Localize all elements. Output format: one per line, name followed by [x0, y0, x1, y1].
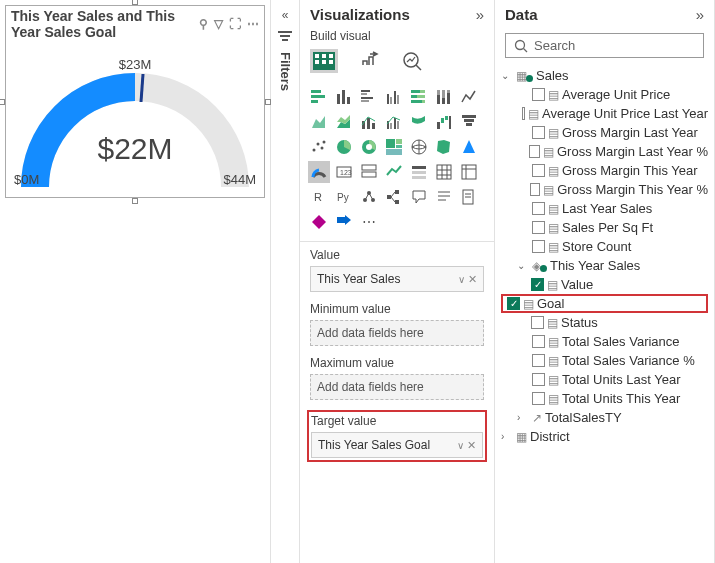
- chevron-down-icon[interactable]: ⌄: [501, 70, 513, 81]
- field-item[interactable]: ▤Last Year Sales: [501, 199, 708, 218]
- stacked-area-icon[interactable]: [333, 111, 355, 133]
- max-well[interactable]: Add data fields here: [310, 374, 484, 400]
- field-item[interactable]: ›↗TotalSalesTY: [501, 408, 708, 427]
- key-influencers-icon[interactable]: [358, 186, 380, 208]
- focus-icon[interactable]: ⛶: [229, 17, 241, 31]
- field-item[interactable]: ▤Gross Margin This Year %: [501, 180, 708, 199]
- checkbox[interactable]: [532, 373, 545, 386]
- paginated-report-icon[interactable]: [458, 186, 480, 208]
- chevron-down-icon[interactable]: ∨: [458, 274, 465, 285]
- field-item[interactable]: ▤Store Count: [501, 237, 708, 256]
- checkbox[interactable]: [532, 202, 545, 215]
- azure-map-icon[interactable]: [458, 136, 480, 158]
- gauge-visual-tile[interactable]: This Year Sales and This Year Sales Goal…: [5, 5, 265, 198]
- format-visual-tab[interactable]: [360, 51, 380, 71]
- collapse-data-icon[interactable]: »: [696, 6, 704, 23]
- field-goal-highlighted[interactable]: ✓▤Goal: [501, 294, 708, 313]
- chevron-right-icon[interactable]: ›: [517, 412, 529, 423]
- scatter-icon[interactable]: [308, 136, 330, 158]
- power-apps-icon[interactable]: [308, 211, 330, 233]
- report-canvas[interactable]: This Year Sales and This Year Sales Goal…: [0, 0, 270, 563]
- kpi-this-year-sales[interactable]: ⌄ ◈ This Year Sales: [501, 256, 708, 275]
- kpi-icon[interactable]: [383, 161, 405, 183]
- checkbox[interactable]: [530, 183, 541, 196]
- field-item[interactable]: ▤Status: [501, 313, 708, 332]
- multi-row-card-icon[interactable]: [358, 161, 380, 183]
- chevron-right-icon[interactable]: ›: [501, 431, 513, 442]
- qa-visual-icon[interactable]: [408, 186, 430, 208]
- line-clustered-column-icon[interactable]: [383, 111, 405, 133]
- checkbox[interactable]: [531, 316, 544, 329]
- remove-field-icon[interactable]: ✕: [468, 273, 477, 285]
- ribbon-chart-icon[interactable]: [408, 111, 430, 133]
- donut-icon[interactable]: [358, 136, 380, 158]
- chevron-down-icon[interactable]: ⌄: [517, 260, 529, 271]
- matrix-icon[interactable]: [458, 161, 480, 183]
- field-item[interactable]: ▤Total Units This Year: [501, 389, 708, 408]
- field-item[interactable]: ▤Average Unit Price: [501, 85, 708, 104]
- funnel-icon[interactable]: [458, 111, 480, 133]
- waterfall-icon[interactable]: [433, 111, 455, 133]
- checkbox[interactable]: [532, 164, 545, 177]
- field-item[interactable]: ✓▤Value: [501, 275, 708, 294]
- field-item[interactable]: ▤Gross Margin Last Year: [501, 123, 708, 142]
- target-well[interactable]: This Year Sales Goal ∨ ✕: [311, 432, 483, 458]
- py-visual-icon[interactable]: Py: [333, 186, 355, 208]
- area-chart-icon[interactable]: [308, 111, 330, 133]
- power-automate-icon[interactable]: [333, 211, 355, 233]
- more-icon[interactable]: ⋯: [247, 17, 259, 31]
- checkbox[interactable]: [529, 145, 540, 158]
- decomposition-tree-icon[interactable]: [383, 186, 405, 208]
- field-item[interactable]: ▤Total Sales Variance: [501, 332, 708, 351]
- min-well[interactable]: Add data fields here: [310, 320, 484, 346]
- build-visual-tab[interactable]: [310, 49, 338, 73]
- stacked-bar-100-icon[interactable]: [408, 86, 430, 108]
- analytics-tab[interactable]: [402, 51, 422, 71]
- filters-pane-collapsed[interactable]: « Filters: [270, 0, 300, 563]
- field-item[interactable]: ▤Average Unit Price Last Year: [501, 104, 708, 123]
- checkbox[interactable]: [532, 221, 545, 234]
- stacked-bar-icon[interactable]: [308, 86, 330, 108]
- checkbox[interactable]: [532, 335, 545, 348]
- line-chart-icon[interactable]: [458, 86, 480, 108]
- anchor-icon[interactable]: ⚲: [199, 17, 208, 31]
- checkbox[interactable]: ✓: [531, 278, 544, 291]
- checkbox[interactable]: [532, 126, 545, 139]
- field-item[interactable]: ▤Total Sales Variance %: [501, 351, 708, 370]
- card-icon[interactable]: 123: [333, 161, 355, 183]
- checkbox[interactable]: [522, 107, 525, 120]
- checkbox[interactable]: ✓: [507, 297, 520, 310]
- table-sales[interactable]: ⌄ ▦ Sales: [501, 66, 708, 85]
- checkbox[interactable]: [532, 88, 545, 101]
- clustered-bar-icon[interactable]: [358, 86, 380, 108]
- field-item[interactable]: ▤Gross Margin This Year: [501, 161, 708, 180]
- expand-filters-icon[interactable]: «: [282, 8, 289, 22]
- smart-narrative-icon[interactable]: [433, 186, 455, 208]
- field-item[interactable]: ▤Gross Margin Last Year %: [501, 142, 708, 161]
- stacked-column-100-icon[interactable]: [433, 86, 455, 108]
- pie-icon[interactable]: [333, 136, 355, 158]
- table-district[interactable]: › ▦ District: [501, 427, 708, 446]
- checkbox[interactable]: [532, 392, 545, 405]
- collapse-viz-icon[interactable]: »: [476, 6, 484, 23]
- clustered-column-icon[interactable]: [383, 86, 405, 108]
- field-item[interactable]: ▤Total Units Last Year: [501, 370, 708, 389]
- table-icon[interactable]: [433, 161, 455, 183]
- line-stacked-column-icon[interactable]: [358, 111, 380, 133]
- chevron-down-icon[interactable]: ∨: [457, 440, 464, 451]
- remove-field-icon[interactable]: ✕: [467, 439, 476, 451]
- more-visuals-icon[interactable]: ⋯: [358, 211, 380, 233]
- gauge-icon[interactable]: [308, 161, 330, 183]
- filled-map-icon[interactable]: [433, 136, 455, 158]
- treemap-icon[interactable]: [383, 136, 405, 158]
- slicer-icon[interactable]: [408, 161, 430, 183]
- map-icon[interactable]: [408, 136, 430, 158]
- value-well[interactable]: This Year Sales ∨ ✕: [310, 266, 484, 292]
- r-visual-icon[interactable]: R: [308, 186, 330, 208]
- checkbox[interactable]: [532, 354, 545, 367]
- checkbox[interactable]: [532, 240, 545, 253]
- filter-icon[interactable]: ▽: [214, 17, 223, 31]
- search-input[interactable]: Search: [505, 33, 704, 58]
- stacked-column-icon[interactable]: [333, 86, 355, 108]
- field-item[interactable]: ▤Sales Per Sq Ft: [501, 218, 708, 237]
